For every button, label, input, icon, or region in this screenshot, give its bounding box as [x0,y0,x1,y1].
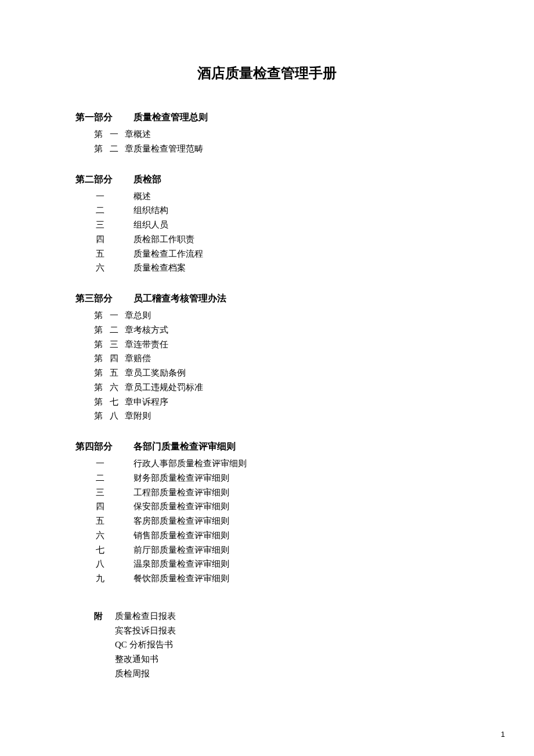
toc-item-label: 五 [94,514,106,528]
toc-item-label: 第四章 [94,351,134,366]
toc-item: 二财务部质量检查评审细则 [75,471,459,485]
toc-item-text: 前厅部质量检查评审细则 [134,543,459,557]
toc-item: 第八章附则 [75,409,459,423]
toc-item: 第一章总则 [75,308,459,323]
toc-item-text: 质检部工作职责 [134,232,459,247]
toc-item-text: 餐饮部质量检查评审细则 [134,571,459,586]
toc-item-text: 总则 [134,308,459,323]
toc-item-label: 第五章 [94,366,134,380]
section-label: 第四部分 [75,441,134,453]
appendix-item-text: 质检周报 [115,667,459,681]
toc-item-text: 财务部质量检查评审细则 [134,471,459,485]
toc-item-text: 考核方式 [134,323,459,337]
toc-section: 第四部分各部门质量检查评审细则一行政人事部质量检查评审细则二财务部质量检查评审细… [75,441,459,586]
toc-item-label: 第三章 [94,337,134,352]
toc-item: 第六章员工违规处罚标准 [75,380,459,395]
toc-item-label: 一 [94,189,106,204]
toc-item: 八温泉部质量检查评审细则 [75,557,459,571]
toc-item: 六销售部质量检查评审细则 [75,528,459,543]
toc-item-text: 质量检查管理范畴 [134,142,459,156]
toc-item: 第五章员工奖励条例 [75,366,459,380]
toc-item-text: 销售部质量检查评审细则 [134,528,459,543]
appendix-item: 附质量检查日报表 [75,609,459,624]
section-title: 质量检查管理总则 [134,111,208,124]
section-label: 第一部分 [75,111,134,124]
section-header: 第四部分各部门质量检查评审细则 [75,441,459,453]
toc-item-label: 八 [94,557,106,571]
section-label: 第三部分 [75,293,134,305]
toc-item: 三工程部质量检查评审细则 [75,485,459,500]
toc-item: 第三章连带责任 [75,337,459,352]
toc-item: 五客房部质量检查评审细则 [75,514,459,528]
appendix-item: 整改通知书 [75,652,459,667]
toc-item-text: 客房部质量检查评审细则 [134,514,459,528]
section-title: 员工稽查考核管理办法 [134,293,226,305]
toc-item-label: 六 [94,261,106,275]
toc-item-label: 第一章 [94,308,134,323]
toc-item: 一行政人事部质量检查评审细则 [75,456,459,471]
toc-item-label: 九 [94,571,106,586]
appendix-item: 质检周报 [75,667,459,681]
appendix-section: 附质量检查日报表宾客投诉日报表QC 分析报告书整改通知书质检周报 [75,609,459,681]
page-number: 1 [501,730,505,739]
appendix-item: QC 分析报告书 [75,638,459,652]
toc-section: 第一部分质量检查管理总则第一章概述第二章质量检查管理范畴 [75,111,459,156]
toc-item-label: 第一章 [94,127,134,142]
toc-item-label: 第二章 [94,323,134,337]
document-title: 酒店质量检查管理手册 [75,64,459,82]
toc-item-label: 第八章 [94,409,134,423]
section-label: 第二部分 [75,174,134,186]
toc-item-label: 四 [94,232,106,247]
toc-item-text: 概述 [134,127,459,142]
appendix-item: 宾客投诉日报表 [75,624,459,638]
toc-item-label: 四 [94,499,106,514]
toc-item: 第四章赔偿 [75,351,459,366]
toc-item: 五质量检查工作流程 [75,247,459,261]
toc-item-text: 质量检查工作流程 [134,247,459,261]
toc-item-label: 第七章 [94,395,134,409]
toc-item-text: 组织结构 [134,203,459,218]
toc-item-label: 第二章 [94,142,134,156]
toc-item-text: 员工违规处罚标准 [134,380,459,395]
toc-item-text: 连带责任 [134,337,459,352]
toc-item: 第七章申诉程序 [75,395,459,409]
toc-item-label: 七 [94,543,106,557]
toc-item: 九餐饮部质量检查评审细则 [75,571,459,586]
toc-item-text: 工程部质量检查评审细则 [134,485,459,500]
appendix-item-text: 宾客投诉日报表 [115,624,459,638]
toc-item-text: 组织人员 [134,218,459,232]
toc-item: 三组织人员 [75,218,459,232]
toc-item-label: 三 [94,485,106,500]
toc-item: 一概述 [75,189,459,204]
toc-item: 第二章考核方式 [75,323,459,337]
toc-item: 第二章质量检查管理范畴 [75,142,459,156]
toc-item-label: 二 [94,471,106,485]
toc-section: 第二部分质检部一概述二组织结构三组织人员四质检部工作职责五质量检查工作流程六质量… [75,174,459,276]
toc-item: 第一章概述 [75,127,459,142]
table-of-contents: 第一部分质量检查管理总则第一章概述第二章质量检查管理范畴第二部分质检部一概述二组… [75,111,459,586]
toc-item-label: 二 [94,203,106,218]
section-title: 各部门质量检查评审细则 [134,441,236,453]
appendix-item-text: 整改通知书 [115,652,459,667]
section-header: 第一部分质量检查管理总则 [75,111,459,124]
toc-item-label: 第六章 [94,380,134,395]
section-header: 第三部分员工稽查考核管理办法 [75,293,459,305]
toc-item-label: 一 [94,456,106,471]
toc-item: 四质检部工作职责 [75,232,459,247]
toc-item: 四保安部质量检查评审细则 [75,499,459,514]
toc-item-text: 附则 [134,409,459,423]
toc-item-text: 保安部质量检查评审细则 [134,499,459,514]
section-title: 质检部 [134,174,161,186]
toc-item: 二组织结构 [75,203,459,218]
toc-item-text: 申诉程序 [134,395,459,409]
toc-item: 七前厅部质量检查评审细则 [75,543,459,557]
toc-item: 六质量检查档案 [75,261,459,275]
toc-section: 第三部分员工稽查考核管理办法第一章总则第二章考核方式第三章连带责任第四章赔偿第五… [75,293,459,423]
toc-item-label: 五 [94,247,106,261]
appendix-label: 附 [94,609,115,624]
toc-item-text: 质量检查档案 [134,261,459,275]
toc-item-text: 员工奖励条例 [134,366,459,380]
toc-item-text: 概述 [134,189,459,204]
toc-item-text: 温泉部质量检查评审细则 [134,557,459,571]
toc-item-label: 三 [94,218,106,232]
